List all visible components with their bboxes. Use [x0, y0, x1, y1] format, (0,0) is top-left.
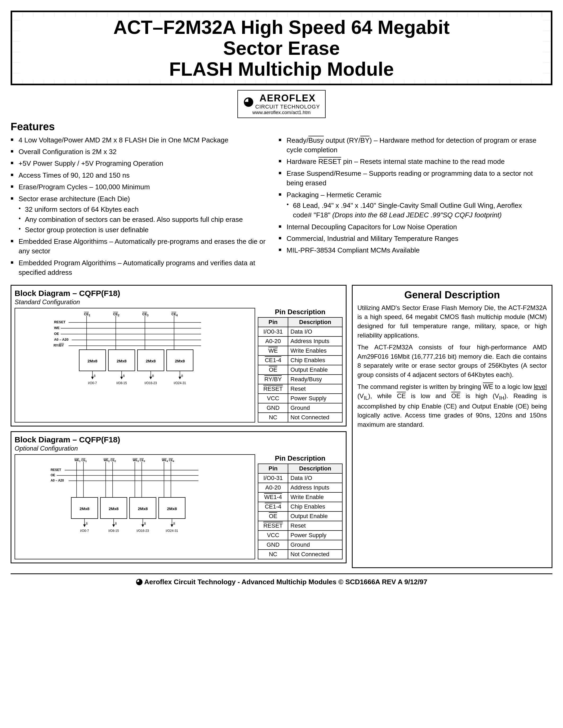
svg-text:8: 8 — [86, 522, 88, 525]
pin-name: RESET — [258, 384, 288, 394]
pin-name: NC — [258, 550, 288, 559]
right-feature-6: Commercial, Industrial and Military Temp… — [279, 234, 539, 243]
pin-desc: Chip Enables — [288, 356, 342, 365]
bottom-area: Block Diagram – CQFP(F18) Standard Confi… — [11, 285, 552, 568]
svg-marker-39 — [91, 377, 94, 379]
svg-text:WE1: WE1 — [74, 459, 80, 462]
svg-text:8: 8 — [123, 374, 125, 378]
svg-text:2Mx8: 2Mx8 — [167, 506, 177, 511]
block-diagram-2-config: Optional Configuration — [15, 445, 343, 452]
pin-desc: Ground — [288, 403, 342, 413]
logo-subtitle: CIRCUIT TECHNOLOGY — [255, 104, 320, 110]
right-feature-1: Ready/Busy output (RY/BY) – Hardware met… — [279, 136, 539, 155]
pin-desc: Ready/Busy — [288, 375, 342, 384]
pin-desc: Data I/O — [288, 327, 342, 336]
pin-table-header: Description — [288, 464, 342, 473]
feature-item-5: Erase/Program Cycles – 100,000 Minimum — [11, 182, 271, 192]
pin-desc: Address Inputs — [288, 336, 342, 346]
pin-desc: Reset — [288, 384, 342, 394]
block-diagram-2: Block Diagram – CQFP(F18) Optional Confi… — [11, 431, 347, 563]
pin-table-row: I/O0-31Data I/O — [258, 473, 342, 483]
logo-section: ◕ AEROFLEX CIRCUIT TECHNOLOGY www.aerofl… — [11, 90, 552, 118]
feature-item-7: Embedded Erase Algorithims – Automatical… — [11, 237, 271, 256]
pin-name: I/O0-31 — [258, 473, 288, 483]
feature-sub-1: 32 uniform sectors of 64 Kbytes each — [19, 205, 271, 214]
right-feature-3: Erase Suspend/Resume – Supports reading … — [279, 169, 539, 188]
gen-desc-title: General Description — [358, 289, 547, 301]
pin-name: WE1-4 — [258, 492, 288, 502]
svg-text:2Mx8: 2Mx8 — [109, 506, 119, 511]
svg-text:CE3: CE3 — [140, 459, 145, 462]
pin-desc: Address Inputs — [288, 483, 342, 492]
diagrams-col: Block Diagram – CQFP(F18) Standard Confi… — [11, 285, 347, 568]
pin-table-row: RY/BYReady/Busy — [258, 375, 342, 384]
logo-url: www.aeroflex.com/act1.htm — [243, 110, 320, 115]
svg-marker-90 — [141, 524, 144, 527]
pin-table-row: A0-20Address Inputs — [258, 336, 342, 346]
block-diagram-2-title: Block Diagram – CQFP(F18) — [15, 435, 343, 444]
svg-text:I/O24-31: I/O24-31 — [166, 529, 178, 533]
pin-desc: Not Connected — [288, 413, 342, 422]
pin-desc-title-2: Pin Description — [258, 454, 343, 462]
pin-desc: Reset — [288, 521, 342, 531]
features-right-list: Ready/Busy output (RY/BY) – Hardware met… — [279, 136, 539, 255]
gen-desc-para-1: Utilizing AMD's Sector Erase Flash Memor… — [358, 303, 547, 340]
svg-text:RESET: RESET — [54, 320, 65, 324]
right-feature-4: Packaging – Hermetic Ceramic 68 Lead, .9… — [279, 190, 539, 220]
header-title: ACT–F2M32A High Speed 64 Megabit Sector … — [20, 17, 543, 80]
pin-name: OE — [258, 511, 288, 521]
feature-item-2: Overall Configuration is 2M x 32 — [11, 147, 271, 156]
feature-sublist: 32 uniform sectors of 64 Kbytes each Any… — [19, 205, 271, 235]
pin-table-row: I/O0-31Data I/O — [258, 327, 342, 336]
svg-text:CE2: CE2 — [110, 459, 116, 462]
pin-table-row: GNDGround — [258, 403, 342, 413]
svg-text:2Mx8: 2Mx8 — [138, 506, 148, 511]
svg-text:I/O8-15: I/O8-15 — [108, 529, 119, 533]
pin-table-row: NCNot Connected — [258, 413, 342, 422]
features-left-col: Features 4 Low Voltage/Power AMD 2M x 8 … — [11, 121, 271, 280]
gen-desc-col: General Description Utilizing AMD's Sect… — [352, 285, 552, 568]
feature-item-4: Access Times of 90, 120 and 150 ns — [11, 170, 271, 180]
pin-name: NC — [258, 413, 288, 422]
svg-text:OE: OE — [51, 473, 55, 477]
pin-table-row: RESETReset — [258, 384, 342, 394]
svg-marker-88 — [83, 524, 86, 527]
pin-table-2: Pin Description PinDescriptionI/O0-31Dat… — [258, 454, 343, 559]
svg-marker-89 — [112, 524, 115, 527]
pin-table-row: CE1-4Chip Enables — [258, 502, 342, 511]
pin-table-row: GNDGround — [258, 540, 342, 550]
svg-text:CE4: CE4 — [169, 459, 174, 462]
svg-text:CE4: CE4 — [171, 312, 178, 317]
svg-text:WE2: WE2 — [104, 459, 110, 462]
block-diagram-1-config: Standard Configuration — [15, 298, 343, 306]
feature-sub-2: Any combination of sectors can be erased… — [19, 215, 271, 224]
pin-table-1-table: PinDescriptionI/O0-31Data I/OA0-20Addres… — [258, 317, 343, 423]
svg-text:8: 8 — [181, 374, 183, 378]
pin-desc: Data I/O — [288, 473, 342, 483]
block-diagram-1: Block Diagram – CQFP(F18) Standard Confi… — [11, 285, 347, 426]
pin-table-row: CE1-4Chip Enables — [258, 356, 342, 365]
svg-text:8: 8 — [152, 374, 154, 378]
packaging-sub-1: 68 Lead, .94" x .94" x .140" Single-Cavi… — [287, 201, 539, 220]
svg-text:CE2: CE2 — [113, 312, 119, 317]
block-diagram-1-title: Block Diagram – CQFP(F18) — [15, 289, 343, 298]
pin-desc: Write Enables — [288, 346, 342, 356]
pin-table-row: WE1-4Write Enable — [258, 492, 342, 502]
pin-table-header: Description — [288, 317, 342, 327]
svg-marker-42 — [178, 377, 181, 379]
pin-name: CE1-4 — [258, 502, 288, 511]
pin-table-row: VCCPower Supply — [258, 531, 342, 540]
pin-table-row: NCNot Connected — [258, 550, 342, 559]
pin-table-row: A0-20Address Inputs — [258, 483, 342, 492]
pin-desc: Ground — [288, 540, 342, 550]
feature-item-6: Sector erase architecture (Each Die) 32 … — [11, 194, 271, 235]
pin-desc: Output Enable — [288, 365, 342, 375]
logo-box: ◕ AEROFLEX CIRCUIT TECHNOLOGY www.aerofl… — [237, 90, 326, 118]
pin-name: A0-20 — [258, 483, 288, 492]
diagram-1-inner: RESET WE OE A0 – A20 RY/BY CE1 CE2 CE — [15, 308, 343, 423]
pin-name: RY/BY — [258, 375, 288, 384]
features-area: Features 4 Low Voltage/Power AMD 2M x 8 … — [11, 121, 552, 280]
feature-item-3: +5V Power Supply / +5V Programing Operat… — [11, 159, 271, 168]
feature-sub-3: Sector group protection is user definabl… — [19, 225, 271, 235]
gen-desc-para-3: The command register is written by bring… — [358, 382, 547, 429]
